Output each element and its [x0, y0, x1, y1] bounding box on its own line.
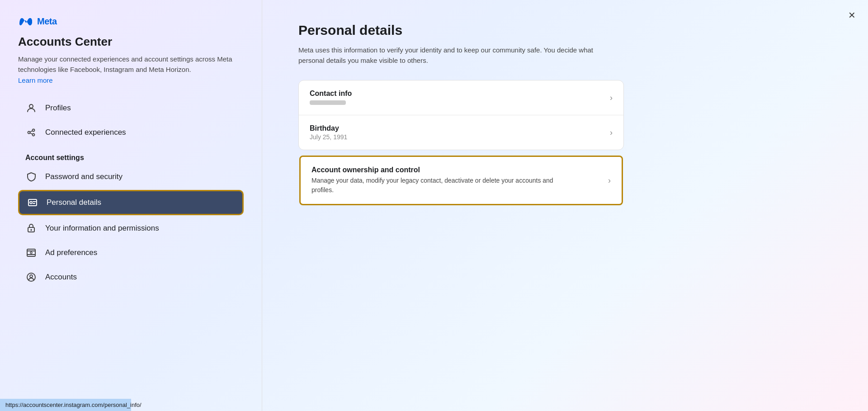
- main-content: Personal details Meta uses this informat…: [262, 0, 868, 411]
- sidebar-item-password-security[interactable]: Password and security: [18, 165, 244, 188]
- sidebar-item-label-accounts: Accounts: [45, 273, 77, 282]
- contact-info-card[interactable]: Contact info ›: [299, 80, 623, 115]
- circle-person-icon: [25, 271, 37, 283]
- page-description: Meta uses this information to verify you…: [298, 45, 615, 66]
- contact-info-subtitle: [310, 99, 604, 106]
- account-ownership-chevron: ›: [608, 176, 611, 185]
- learn-more-link[interactable]: Learn more: [18, 76, 244, 84]
- sidebar-item-your-information[interactable]: Your information and permissions: [18, 217, 244, 240]
- meta-wordmark: Meta: [37, 16, 57, 27]
- person-icon: [25, 102, 37, 114]
- svg-point-0: [29, 104, 33, 108]
- svg-point-14: [30, 275, 33, 278]
- sidebar-item-personal-details[interactable]: Personal details: [18, 190, 244, 215]
- svg-point-3: [33, 134, 35, 136]
- status-bar: https://accountscenter.instagram.com/per…: [0, 399, 131, 411]
- svg-line-4: [30, 131, 33, 132]
- accounts-center-desc: Manage your connected experiences and ac…: [18, 54, 244, 75]
- accounts-center-title: Accounts Center: [18, 35, 244, 49]
- contact-info-chevron: ›: [610, 93, 613, 103]
- sidebar-item-label-ads: Ad preferences: [45, 248, 97, 257]
- sidebar-item-ad-preferences[interactable]: Ad preferences: [18, 241, 244, 264]
- sidebar-item-accounts[interactable]: Accounts: [18, 266, 244, 288]
- shield-icon: [25, 171, 37, 183]
- svg-point-13: [27, 273, 35, 281]
- page-title: Personal details: [298, 23, 832, 38]
- contact-info-card-info: Contact info: [310, 90, 604, 106]
- sidebar-item-connected-experiences[interactable]: Connected experiences: [18, 121, 244, 144]
- birthday-chevron: ›: [610, 128, 613, 137]
- meta-logo: Meta: [18, 16, 244, 27]
- svg-point-12: [30, 252, 32, 254]
- account-settings-label: Account settings: [18, 147, 244, 165]
- sidebar-item-label-connected: Connected experiences: [45, 128, 126, 137]
- sidebar-item-label-profiles: Profiles: [45, 104, 71, 113]
- svg-point-1: [28, 132, 30, 134]
- info-locked-icon: [25, 222, 37, 234]
- sidebar-item-profiles[interactable]: Profiles: [18, 97, 244, 119]
- account-ownership-card-info: Account ownership and control Manage you…: [311, 166, 603, 195]
- birthday-title: Birthday: [310, 124, 604, 132]
- ad-icon: [25, 247, 37, 259]
- svg-rect-11: [31, 229, 32, 231]
- account-ownership-desc: Manage your data, modify your legacy con…: [311, 176, 574, 195]
- sidebar-item-label-info: Your information and permissions: [45, 224, 159, 233]
- connected-icon: [25, 127, 37, 138]
- birthday-card[interactable]: Birthday July 25, 1991 ›: [299, 115, 623, 150]
- sidebar: Meta Accounts Center Manage your connect…: [0, 0, 262, 411]
- id-card-icon: [27, 197, 38, 208]
- birthday-card-info: Birthday July 25, 1991: [310, 124, 604, 141]
- contact-info-title: Contact info: [310, 90, 604, 98]
- sidebar-item-label-personal: Personal details: [47, 198, 101, 207]
- account-ownership-card[interactable]: Account ownership and control Manage you…: [299, 156, 623, 205]
- svg-line-5: [30, 133, 33, 134]
- account-ownership-title: Account ownership and control: [311, 166, 603, 174]
- svg-point-2: [33, 129, 35, 132]
- app-layout: Meta Accounts Center Manage your connect…: [0, 0, 868, 411]
- sidebar-item-label-password: Password and security: [45, 172, 123, 181]
- meta-logo-icon: [18, 17, 34, 27]
- birthday-subtitle: July 25, 1991: [310, 133, 604, 141]
- close-button[interactable]: ×: [849, 9, 855, 21]
- svg-point-7: [30, 202, 32, 204]
- personal-details-card-list: Contact info › Birthday July 25, 1991 ›: [298, 80, 624, 150]
- top-nav: Profiles Connected experiences: [18, 97, 244, 144]
- settings-nav: Password and security Personal details: [18, 165, 244, 288]
